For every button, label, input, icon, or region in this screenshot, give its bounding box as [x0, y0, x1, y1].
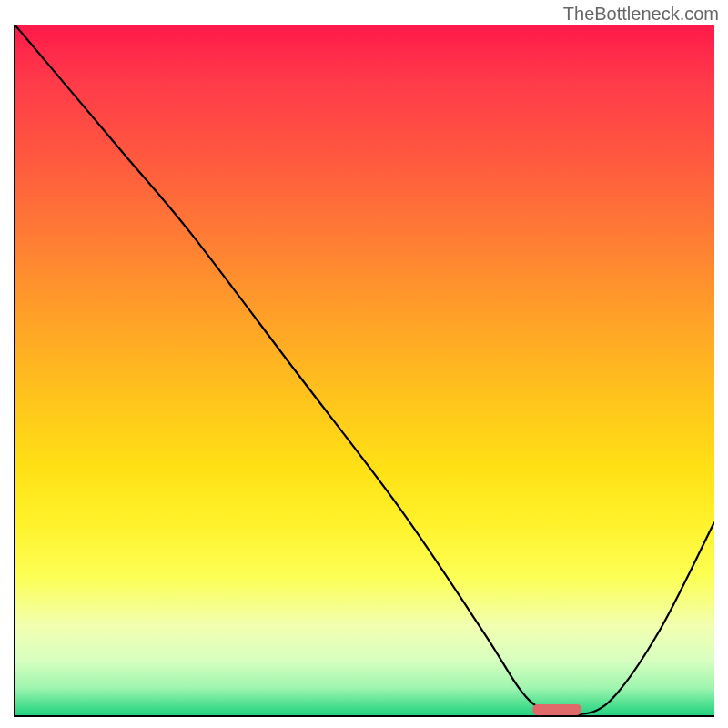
- bottleneck-curve: [15, 25, 714, 715]
- optimal-marker: [532, 704, 581, 715]
- plot-area: [14, 25, 714, 717]
- chart-svg: [15, 25, 714, 715]
- watermark-text: TheBottleneck.com: [563, 4, 719, 25]
